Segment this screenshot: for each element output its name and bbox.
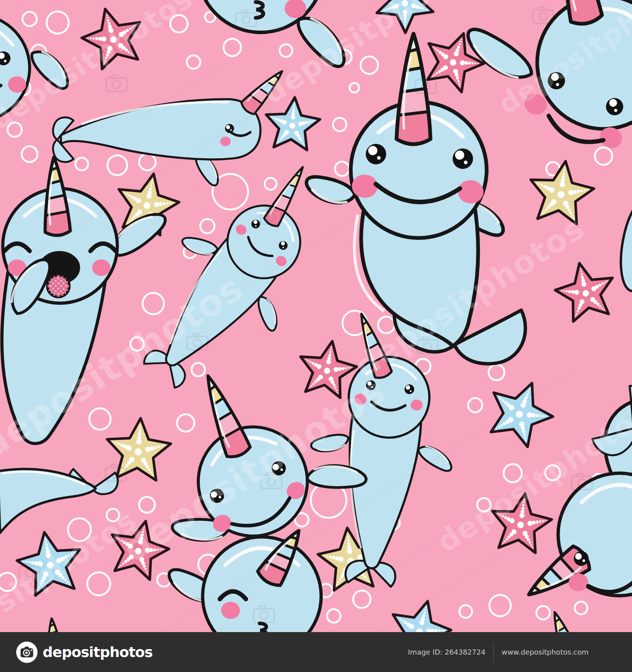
depositphotos-logo-icon [16, 641, 38, 663]
footer-divider [493, 643, 494, 662]
footer-logo-text: depositphotos [43, 644, 152, 660]
footer-info: Image ID: 264382724 www.depositphotos.co… [408, 643, 589, 662]
footer-bar: depositphotos Image ID: 264382724 www.de… [0, 632, 632, 672]
stock-image-page: depositphotosdepositphotosdepositphotosd… [0, 0, 632, 672]
footer-brand: depositphotos [16, 641, 152, 663]
footer-image-id: Image ID: 264382724 [408, 648, 485, 656]
footer-site-url: www.depositphotos.com [502, 648, 589, 656]
pattern-artwork: depositphotosdepositphotosdepositphotosd… [0, 0, 632, 672]
